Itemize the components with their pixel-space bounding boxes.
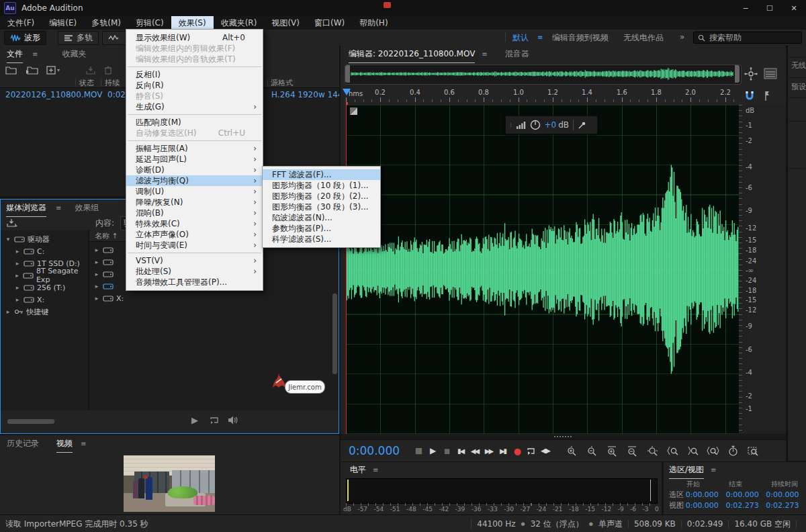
column-source-format[interactable]: 源格式 (271, 78, 293, 88)
media-browser-menu-icon[interactable]: ≡ (56, 204, 61, 212)
menu-item[interactable]: 反向(R) › (126, 80, 263, 91)
media-tree-row[interactable]: ▸ 256 (T:) (1, 281, 88, 294)
workspace-edit-audio-to-video[interactable]: 编辑音频到视频 (552, 32, 609, 44)
collapsed-panel-tab[interactable]: 无线 (791, 60, 806, 71)
loop-playback-button[interactable] (524, 443, 538, 458)
zoom-in-amplitude-button[interactable] (564, 443, 579, 458)
menu-bar-item[interactable]: 帮助(H) (352, 16, 395, 30)
chevron-icon[interactable]: ▾ (5, 236, 11, 242)
zoom-box-button[interactable] (746, 443, 760, 458)
video-preview-thumbnail[interactable] (124, 455, 215, 512)
tab-effects-rack[interactable]: 效果组 (75, 202, 99, 214)
selection-handle-icon[interactable] (350, 107, 357, 115)
pin-icon[interactable] (578, 121, 586, 130)
skip-to-end-button[interactable]: ▶▮ (496, 443, 510, 458)
play-button[interactable]: ▶ (425, 443, 439, 458)
insert-into-multitrack-icon[interactable] (85, 66, 96, 75)
zoom-out-amplitude-button[interactable] (584, 443, 599, 458)
maximize-button[interactable]: ☐ (758, 0, 782, 16)
chevron-icon[interactable]: ▸ (14, 248, 21, 255)
db-scale[interactable]: dB-1-2-4-6-9-12-15-18-24-∞-24-18-15-12-9… (739, 105, 786, 434)
speaker-icon[interactable] (228, 415, 238, 425)
skip-to-start-button[interactable]: ▮◀ (453, 443, 467, 458)
new-item-button[interactable]: ▾ (46, 66, 60, 75)
menu-item[interactable]: 混响(B) › (126, 208, 263, 218)
timeline-ruler[interactable]: hms 0.20.40.60.81.01.21.41.61.82.02.2 (346, 89, 739, 105)
menu-item[interactable]: 振幅与压限(A) › (126, 143, 263, 154)
zoom-in-point-button[interactable] (665, 443, 680, 458)
minimize-button[interactable]: ─ (733, 0, 758, 16)
tab-media-browser[interactable]: 媒体浏览器 (6, 202, 46, 214)
editor-resize-strip[interactable] (341, 434, 786, 439)
workspace-radio-production[interactable]: 无线电作品 (623, 32, 664, 44)
menu-item[interactable]: 音频增效工具管理器(P)... › (126, 277, 263, 287)
submenu-item[interactable]: 参数均衡器(P)... (263, 223, 380, 234)
chevron-icon[interactable]: ▸ (14, 296, 21, 303)
record-button[interactable]: ● (510, 443, 524, 458)
menu-bar-item[interactable]: 视图(V) (264, 16, 307, 30)
media-tree-row[interactable]: ▾ 驱动器 (1, 233, 88, 245)
editor-panel-menu-icon[interactable]: ≡ (482, 50, 487, 58)
overview-left-handle[interactable] (345, 65, 350, 83)
media-tree-row[interactable]: ▸ C: (1, 245, 88, 257)
column-name[interactable]: 名称 ↑ (95, 231, 118, 241)
menu-item[interactable]: 诊断(D) › (126, 165, 263, 175)
menu-item[interactable]: › (128, 114, 261, 115)
timer-button[interactable] (725, 443, 740, 458)
chevron-icon[interactable]: ▸ (93, 247, 100, 253)
start-value[interactable]: 0:00.000 (686, 490, 726, 499)
workspace-overflow-chevron[interactable]: » (680, 32, 684, 42)
menu-item[interactable]: 时间与变调(E) › (126, 240, 263, 251)
overview-right-handle[interactable] (735, 65, 740, 83)
chevron-icon[interactable]: ▸ (93, 259, 100, 265)
chevron-icon[interactable]: ▸ (93, 295, 100, 302)
menu-item[interactable]: 自动修复选区(H) Ctrl+U › (126, 128, 263, 138)
menu-item[interactable]: 立体声声像(O) › (126, 229, 263, 240)
tab-files[interactable]: 文件 (7, 48, 23, 60)
volume-hud[interactable]: ⁞ +0 dB (505, 116, 598, 134)
menu-item[interactable]: 编辑效果组内的音轨效果(T) › (126, 54, 263, 64)
menu-item[interactable]: 延迟与回声(L) › (126, 154, 263, 165)
open-file-icon[interactable] (5, 66, 17, 75)
files-panel-menu-icon[interactable]: ≡ (32, 50, 38, 58)
pause-button[interactable]: ▮▮ (439, 443, 453, 458)
tab-levels[interactable]: 电平 (350, 464, 366, 476)
import-folder-icon[interactable] (26, 66, 38, 75)
tab-history[interactable]: 历史记录 (7, 438, 39, 449)
submenu-item[interactable]: 图形均衡器（20 段）(2)... (263, 191, 380, 202)
fast-forward-button[interactable]: ▶▶ (482, 443, 496, 458)
menu-bar-item[interactable]: 文件(F) (0, 16, 42, 30)
submenu-item[interactable]: 图形均衡器（10 段）(1)... (263, 180, 380, 191)
zoom-out-time-button[interactable] (625, 443, 639, 458)
stop-button[interactable]: ■ (411, 443, 425, 458)
menu-item[interactable]: 静音(S) › (126, 91, 263, 101)
chevron-icon[interactable]: ▸ (93, 283, 100, 290)
volume-knob-icon[interactable] (530, 120, 541, 130)
levels-panel-menu-icon[interactable]: ≡ (373, 466, 378, 474)
menu-bar-item[interactable]: 收藏夹(R) (214, 16, 265, 30)
rewind-button[interactable]: ◀◀ (467, 443, 482, 458)
tab-mixer[interactable]: 混音器 (505, 48, 529, 60)
chevron-icon[interactable]: ▸ (14, 260, 21, 267)
collapsed-panel-tab[interactable]: 预设 (791, 82, 806, 92)
tab-editor[interactable]: 编辑器: 20220126_110800.MOV (349, 48, 475, 60)
editor-layout-icon[interactable] (764, 68, 777, 79)
hud-grip-icon[interactable]: ⁞ (510, 122, 512, 128)
media-tree-row[interactable]: ▸ X: (1, 294, 88, 306)
menu-item[interactable]: 降噪/恢复(N) › (126, 197, 263, 208)
preview-play-button[interactable]: ▶ (191, 415, 198, 425)
start-value[interactable]: 0:00.000 (686, 501, 726, 510)
import-media-icon[interactable] (6, 218, 18, 228)
selection-view-menu-icon[interactable]: ≡ (711, 466, 716, 474)
menu-item[interactable]: › (128, 66, 261, 67)
zoom-full-button[interactable] (645, 443, 660, 458)
menu-bar-item[interactable]: 编辑(E) (42, 16, 84, 30)
column-status[interactable]: 状态 (79, 78, 94, 88)
skip-selection-button[interactable]: ◀▮▶ (538, 443, 552, 458)
vertical-scrollbar[interactable] (332, 294, 337, 374)
waveform-view-button[interactable]: 波形 (4, 31, 46, 45)
horizontal-scrollbar[interactable] (7, 419, 54, 424)
media-tree-row[interactable]: ▸ 8T Seagate Exp (1, 269, 88, 281)
loop-playback-icon[interactable] (209, 416, 220, 425)
tab-video[interactable]: 视频 (56, 438, 73, 449)
